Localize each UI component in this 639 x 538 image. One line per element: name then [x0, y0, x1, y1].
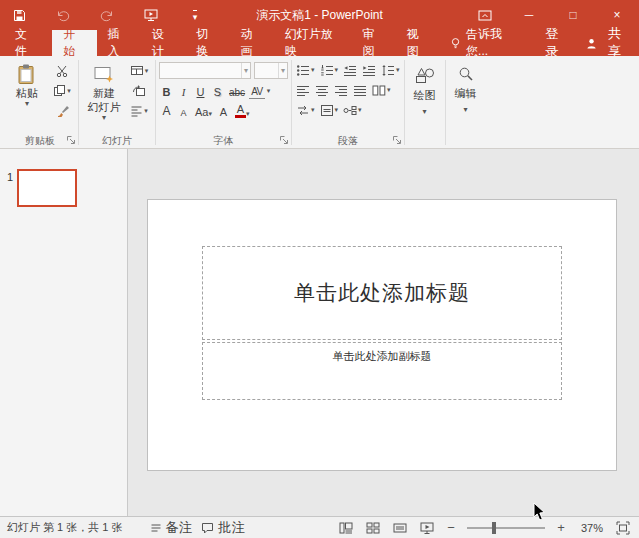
decrease-font-size-button[interactable]: A: [176, 103, 191, 119]
new-slide-button[interactable]: 新建 幻灯片 ▾: [82, 59, 126, 133]
clear-formatting-button[interactable]: A: [216, 103, 231, 119]
customize-quick-access-toolbar-button[interactable]: ▾: [186, 6, 204, 24]
align-center-button[interactable]: [314, 82, 330, 98]
ribbon-tab-bar: 文件 开始 插入 设计 切换 动画 幻灯片放映 审阅 视图 告诉我您... 登录…: [0, 30, 639, 56]
redo-button[interactable]: [98, 6, 116, 24]
zoom-slider-thumb[interactable]: [492, 522, 496, 534]
zoom-out-button[interactable]: −: [444, 520, 458, 536]
decrease-indent-button[interactable]: [342, 62, 358, 78]
tab-home[interactable]: 开始: [52, 30, 96, 56]
copy-button[interactable]: ▾: [51, 83, 73, 98]
notes-label: 备注: [166, 519, 193, 537]
reset-slide-button[interactable]: [128, 83, 150, 98]
increase-font-size-button[interactable]: A: [159, 103, 174, 119]
paste-button[interactable]: 粘贴 ▾: [5, 59, 49, 133]
tab-insert[interactable]: 插入: [97, 30, 141, 56]
character-spacing-button[interactable]: AV: [249, 83, 265, 99]
subtitle-placeholder[interactable]: 单击此处添加副标题: [202, 342, 562, 400]
strikethrough-button[interactable]: abc: [227, 83, 247, 99]
drawing-icon: [415, 66, 435, 84]
tab-slideshow[interactable]: 幻灯片放映: [274, 30, 352, 56]
person-icon: [586, 37, 597, 50]
zoom-in-button[interactable]: +: [554, 520, 568, 536]
zoom-slider-track[interactable]: [467, 527, 545, 529]
font-name-select[interactable]: ▾: [159, 62, 251, 79]
sign-in-button[interactable]: 登录: [530, 30, 575, 56]
title-placeholder-text: 单击此处添加标题: [294, 279, 470, 307]
tab-review[interactable]: 审阅: [351, 30, 395, 56]
font-color-dropdown-arrow: ▾: [246, 110, 250, 118]
drawing-group-button[interactable]: 绘图 ▾: [405, 57, 445, 148]
align-left-button[interactable]: [295, 82, 311, 98]
fit-to-window-button[interactable]: [614, 520, 632, 536]
underline-button[interactable]: U: [193, 83, 208, 99]
font-dialog-launcher[interactable]: [278, 134, 290, 146]
font-size-select[interactable]: ▾: [254, 62, 288, 79]
fit-to-window-icon: [616, 521, 630, 535]
slideshow-view-button[interactable]: [419, 520, 435, 536]
change-case-button[interactable]: Aa▾: [193, 103, 214, 119]
magnifier-icon: [458, 66, 474, 82]
share-button[interactable]: 共享: [574, 30, 639, 56]
convert-to-smartart-button[interactable]: ▾: [342, 102, 363, 118]
slide-sorter-view-button[interactable]: [365, 520, 381, 536]
maximize-button[interactable]: □: [565, 6, 581, 24]
tab-transitions[interactable]: 切换: [185, 30, 229, 56]
close-button[interactable]: ×: [609, 6, 625, 24]
tab-design[interactable]: 设计: [141, 30, 185, 56]
paste-label: 粘贴: [16, 87, 38, 99]
paragraph-group: ▾ ▾ ▾ ▾ ▾ ▾ ▾ 段落: [292, 57, 404, 148]
normal-view-button[interactable]: [338, 520, 354, 536]
drawing-group-label: 绘图: [414, 88, 436, 103]
normal-view-icon: [339, 521, 353, 535]
font-color-button[interactable]: A▾: [233, 103, 252, 119]
bold-button[interactable]: B: [159, 83, 174, 99]
minimize-button[interactable]: ─: [521, 6, 537, 24]
notes-button[interactable]: 备注: [150, 519, 193, 537]
numbering-button[interactable]: ▾: [319, 62, 340, 78]
format-painter-button[interactable]: [51, 103, 73, 118]
ribbon-display-options-button[interactable]: [477, 6, 493, 24]
increase-indent-icon: [362, 64, 376, 77]
paragraph-dialog-launcher[interactable]: [391, 134, 403, 146]
start-slideshow-button[interactable]: [142, 6, 160, 24]
italic-button[interactable]: I: [176, 83, 191, 99]
columns-button[interactable]: ▾: [371, 82, 392, 98]
decrease-indent-icon: [343, 64, 357, 77]
cut-button[interactable]: [51, 63, 73, 78]
undo-button[interactable]: [54, 6, 72, 24]
align-right-button[interactable]: [333, 82, 349, 98]
tab-animations[interactable]: 动画: [229, 30, 273, 56]
title-placeholder[interactable]: 单击此处添加标题: [202, 246, 562, 340]
reading-view-button[interactable]: [392, 520, 408, 536]
align-text-icon: [320, 104, 334, 117]
justify-button[interactable]: [352, 82, 368, 98]
columns-icon: [372, 84, 386, 97]
slide-thumbnail[interactable]: [17, 169, 77, 207]
align-center-icon: [315, 84, 329, 97]
line-spacing-button[interactable]: ▾: [380, 62, 401, 78]
save-icon: [13, 9, 26, 22]
comments-button[interactable]: 批注: [201, 519, 245, 537]
window-controls: ─ □ ×: [477, 6, 639, 24]
paragraph-group-label: 段落: [292, 135, 404, 146]
clipboard-dialog-launcher[interactable]: [65, 134, 77, 146]
section-button[interactable]: ▾: [128, 103, 150, 118]
text-direction-button[interactable]: ▾: [295, 102, 316, 118]
tab-file[interactable]: 文件: [0, 30, 52, 56]
zoom-percentage[interactable]: 37%: [577, 522, 603, 534]
tab-view[interactable]: 视图: [396, 30, 440, 56]
editing-group-button[interactable]: 编辑 ▾: [446, 57, 486, 148]
align-text-button[interactable]: ▾: [319, 102, 340, 118]
save-button[interactable]: [10, 6, 28, 24]
slides-group-label: 幻灯片: [79, 135, 155, 146]
bullets-button[interactable]: ▾: [295, 62, 316, 78]
text-shadow-button[interactable]: S: [210, 83, 225, 99]
zoom-slider[interactable]: [467, 520, 545, 536]
slide-layout-button[interactable]: ▾: [128, 63, 150, 78]
reset-slide-icon: [132, 84, 146, 97]
tell-me-box[interactable]: 告诉我您...: [440, 30, 530, 56]
paragraph-row-3: ▾ ▾ ▾: [295, 102, 401, 118]
increase-indent-button[interactable]: [361, 62, 377, 78]
slide[interactable]: 单击此处添加标题 单击此处添加副标题: [147, 199, 617, 471]
